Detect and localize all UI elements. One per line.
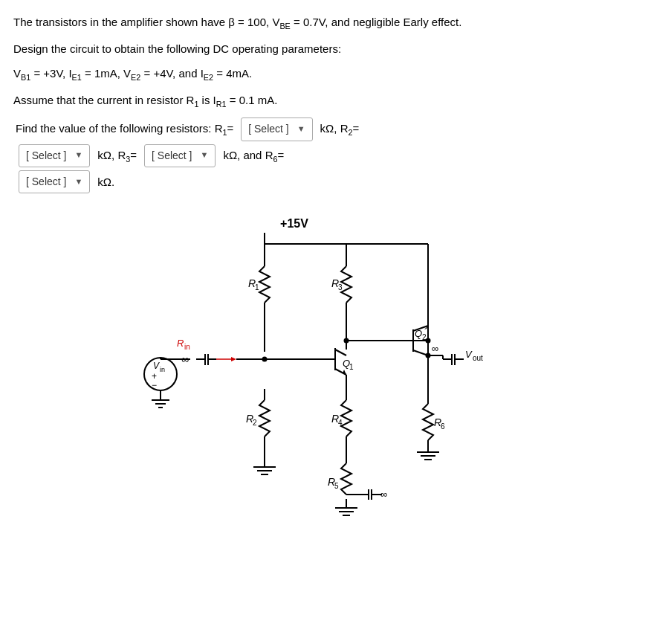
find-row-r6: [ Select ] ▼ kΩ. [13,170,635,193]
r2-unit: kΩ, R3= [97,145,137,167]
r1-unit: kΩ, R2= [320,118,360,140]
r6-unit: kΩ. [97,172,114,192]
vout-label: V [465,349,473,360]
vin-minus: − [152,380,157,390]
svg-marker-16 [231,357,236,361]
select-r6-arrow: ▼ [74,175,82,190]
r6-resistor-sub: 6 [441,422,445,431]
rin-label: R [177,338,184,349]
circuit-diagram: +15V R 1 R 2 R in ∞ [13,207,635,519]
rin-sub: in [184,343,190,351]
select-r3[interactable]: [ Select ] ▼ [144,144,216,167]
svg-marker-46 [343,370,346,375]
r3-resistor-sub: 3 [338,283,343,292]
find-row-r2: [ Select ] ▼ kΩ, R3= [ Select ] ▼ kΩ, an… [13,144,635,167]
problem-line1: The transistors in the amplifier shown h… [13,13,635,33]
r5-cap-infinity: ∞ [380,489,387,500]
select-r1[interactable]: [ Select ] ▼ [241,117,312,141]
vcc-label: +15V [280,217,308,230]
select-r3-label: [ Select ] [152,146,192,165]
svg-point-72 [426,353,431,358]
svg-line-43 [335,350,346,355]
select-r2-arrow: ▼ [74,148,82,163]
vin-label: V [153,361,160,371]
find-row-r1: Find the value of the following resistor… [13,117,635,141]
r3-unit: kΩ, and R6= [223,145,284,167]
r1-resistor-sub: 1 [255,283,259,292]
circuit-svg: +15V R 1 R 2 R in ∞ [116,207,532,519]
q1-sub: 1 [349,363,354,371]
r5-resistor-sub: 5 [334,482,339,490]
r2-resistor-sub: 2 [253,419,257,427]
select-r2-label: [ Select ] [26,146,66,165]
find-label: Find the value of the following resistor… [16,118,233,140]
q2-sub: 2 [422,333,427,341]
q2-label: Q [415,328,422,339]
problem-line3: VB1 = +3V, IE1 = 1mA, VE2 = +4V, and IE2… [13,65,635,84]
vout-sub: out [473,354,483,362]
select-r6[interactable]: [ Select ] ▼ [19,170,90,193]
select-r3-arrow: ▼ [201,148,209,163]
problem-line4: Assume that the current in resistor R1 i… [13,91,635,111]
r4-resistor-sub: 4 [338,419,343,427]
select-r6-label: [ Select ] [26,173,66,191]
vin-sub: in [160,366,165,373]
select-r1-label: [ Select ] [248,120,288,138]
select-r2[interactable]: [ Select ] ▼ [19,144,90,167]
problem-line2: Design the circuit to obtain the followi… [13,40,635,57]
select-r1-arrow: ▼ [297,122,305,137]
svg-point-18 [144,358,177,390]
svg-point-69 [344,338,349,344]
q2-infinity: ∞ [432,343,438,354]
